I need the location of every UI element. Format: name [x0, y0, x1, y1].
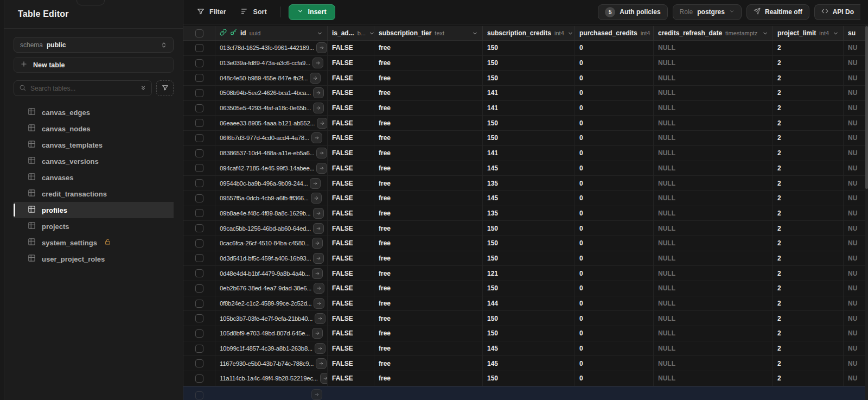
chevron-down-icon[interactable]: [369, 30, 374, 36]
row-checkbox[interactable]: [195, 209, 203, 217]
cell-subscription-tier[interactable]: free: [374, 71, 483, 85]
chevron-down-icon[interactable]: [762, 30, 768, 36]
cell-purchased-credits[interactable]: 0: [575, 131, 654, 145]
cell-id[interactable]: 094caf42-7185-4e45-99f3-14abee...0C: [215, 161, 328, 176]
cell-subscription-tier[interactable]: free: [374, 86, 483, 100]
cell-purchased-credits[interactable]: 0: [575, 341, 654, 356]
cell-id[interactable]: 1167e930-e5b0-43b7-b74c-788c9...0(: [215, 356, 328, 371]
expand-row-button[interactable]: [316, 163, 327, 174]
cell-subscription-tier[interactable]: free: [374, 41, 483, 55]
sidebar-item-system_settings[interactable]: system_settings: [14, 234, 174, 251]
insert-button[interactable]: Insert: [289, 4, 335, 20]
expand-row-button[interactable]: [311, 132, 322, 143]
row-checkbox[interactable]: [195, 44, 203, 52]
cell-subscription-credits[interactable]: 145: [483, 161, 575, 176]
cell-is-admin[interactable]: FALSE: [328, 161, 374, 176]
cell-purchased-credits[interactable]: 0: [575, 221, 654, 236]
cell-subscription-credits[interactable]: 150: [483, 131, 575, 145]
row-checkbox[interactable]: [195, 89, 203, 97]
cell-subscription-credits[interactable]: 150: [483, 56, 575, 71]
row-checkbox[interactable]: [195, 345, 203, 353]
select-all-checkbox[interactable]: [195, 29, 203, 37]
sidebar-item-canvas_edges[interactable]: canvas_edges: [14, 104, 174, 120]
row-checkbox[interactable]: [195, 164, 203, 172]
cell-project-limit[interactable]: 2: [773, 296, 844, 311]
cell-subscription-tier[interactable]: free: [374, 296, 483, 311]
row-checkbox[interactable]: [195, 391, 203, 399]
cell-truncated-last[interactable]: NU: [844, 371, 865, 386]
cell-is-admin[interactable]: FALSE: [328, 251, 374, 266]
cell-subscription-credits[interactable]: 145: [483, 341, 575, 356]
cell-id[interactable]: 063505e5-4293-4faf-a18c-0e65b...0C: [215, 101, 328, 116]
cell-credits-refresh-date[interactable]: NULL: [654, 161, 773, 176]
cell-purchased-credits[interactable]: 0: [575, 101, 654, 116]
row-checkbox[interactable]: [195, 134, 203, 142]
realtime-toggle-button[interactable]: Realtime off: [746, 4, 809, 20]
cell-purchased-credits[interactable]: 0: [575, 356, 654, 371]
cell-id[interactable]: 09544b0c-ba9b-496a-9b09-244...0: [215, 176, 328, 191]
cell-truncated-last[interactable]: NU: [844, 341, 865, 356]
cell-project-limit[interactable]: 2: [773, 371, 844, 386]
row-checkbox[interactable]: [195, 314, 203, 322]
cell-subscription-credits[interactable]: 150: [483, 281, 575, 296]
cell-project-limit[interactable]: 2: [773, 71, 844, 85]
cell-is-admin[interactable]: FALSE: [328, 236, 374, 251]
cell-truncated-last[interactable]: NU: [844, 131, 865, 145]
row-checkbox[interactable]: [195, 284, 203, 293]
cell-truncated-last[interactable]: NU: [844, 161, 865, 176]
api-docs-button[interactable]: API Do: [814, 4, 860, 20]
row-checkbox[interactable]: [195, 194, 203, 202]
cell-id[interactable]: 0f8b24e2-c1c2-4589-99ce-2c52d...0(: [215, 296, 328, 311]
cell-credits-refresh-date[interactable]: NULL: [654, 311, 773, 326]
cell-subscription-credits[interactable]: 150: [483, 41, 575, 55]
cell-credits-refresh-date[interactable]: NULL: [654, 146, 773, 161]
sidebar-item-canvas_templates[interactable]: canvas_templates: [14, 137, 174, 153]
cell-subscription-credits[interactable]: 141: [483, 86, 575, 100]
expand-row-button[interactable]: [311, 389, 322, 400]
cell-is-admin[interactable]: FALSE: [328, 101, 374, 116]
cell-truncated-last[interactable]: NU: [844, 86, 865, 100]
cell-is-admin[interactable]: FALSE: [328, 311, 374, 326]
cell-credits-refresh-date[interactable]: NULL: [654, 341, 773, 356]
cell-subscription-tier[interactable]: free: [374, 281, 483, 296]
cell-is-admin[interactable]: FALSE: [328, 266, 374, 281]
cell-id[interactable]: 09557f5a-0dcb-4cb9-a6fb-fff366...0C: [215, 191, 328, 206]
cell-is-admin[interactable]: FALSE: [328, 131, 374, 145]
cell-project-limit[interactable]: 2: [773, 101, 844, 116]
cell-credits-refresh-date[interactable]: NULL: [654, 206, 773, 221]
cell-id[interactable]: 09cac5bb-1256-46bd-ab60-64ed...0C: [215, 221, 328, 236]
cell-project-limit[interactable]: 2: [773, 41, 844, 55]
cell-project-limit[interactable]: 2: [773, 116, 844, 130]
cell-purchased-credits[interactable]: 0: [575, 251, 654, 266]
sort-button[interactable]: Sort: [234, 4, 273, 20]
cell-truncated-last[interactable]: NU: [844, 266, 865, 281]
cell-credits-refresh-date[interactable]: NULL: [654, 281, 773, 296]
cell-subscription-tier[interactable]: free: [374, 311, 483, 326]
cell-truncated-last[interactable]: NU: [844, 356, 865, 371]
table-filter-button[interactable]: [156, 80, 174, 96]
sidebar-item-canvas_nodes[interactable]: canvas_nodes: [14, 120, 174, 137]
cell-credits-refresh-date[interactable]: NULL: [654, 71, 773, 85]
cell-is-admin[interactable]: FALSE: [328, 296, 374, 311]
cell-subscription-tier[interactable]: free: [374, 356, 483, 371]
cell-truncated-last[interactable]: NU: [844, 251, 865, 266]
column-header-purchased-credits[interactable]: purchased_credits int4: [575, 26, 654, 40]
chevron-down-icon[interactable]: [833, 30, 839, 36]
cell-project-limit[interactable]: 2: [773, 206, 844, 221]
cell-truncated-last[interactable]: NU: [844, 206, 865, 221]
cell-project-limit[interactable]: 2: [773, 161, 844, 176]
cell-project-limit[interactable]: 2: [773, 146, 844, 161]
cell-purchased-credits[interactable]: 0: [575, 191, 654, 206]
cell-purchased-credits[interactable]: 0: [575, 71, 654, 85]
cell-credits-refresh-date[interactable]: NULL: [654, 176, 773, 191]
chevron-down-icon[interactable]: [317, 30, 323, 36]
sidebar-item-credit_transactions[interactable]: credit_transactions: [14, 186, 174, 202]
cell-id[interactable]: 048c4e50-b989-455e-847e-fb2f...0C: [215, 71, 328, 85]
expand-row-button[interactable]: [313, 103, 324, 113]
cell-subscription-tier[interactable]: free: [374, 131, 483, 145]
cell-credits-refresh-date[interactable]: NULL: [654, 86, 773, 100]
expand-row-button[interactable]: [316, 148, 327, 158]
cell-project-limit[interactable]: 2: [773, 191, 844, 206]
cell-purchased-credits[interactable]: 0: [575, 161, 654, 176]
cell-truncated-last[interactable]: NU: [844, 236, 865, 251]
